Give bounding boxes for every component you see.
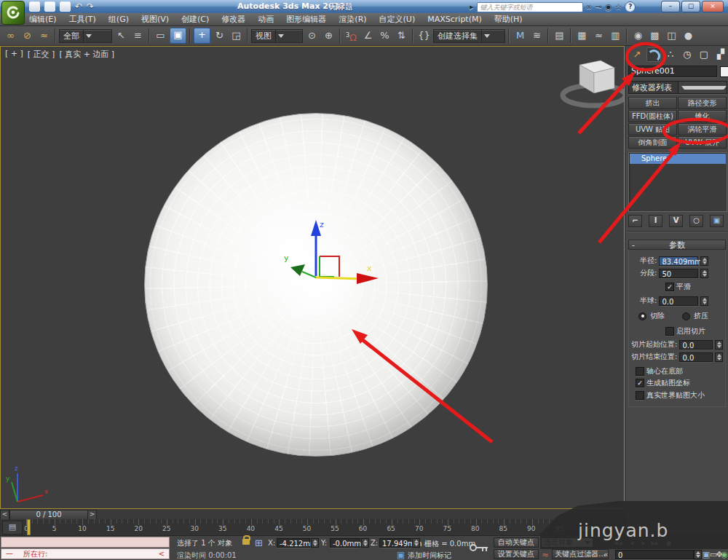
chop-radio[interactable] [638,312,646,320]
layer-manager-icon[interactable]: ▤ [552,28,567,43]
frame-spinner[interactable] [694,550,702,559]
reference-coordinate-dropdown[interactable]: 视图 [251,29,303,43]
select-object-icon[interactable]: ↖ [114,28,129,43]
uvw-map-button[interactable]: UVW 贴图 [628,123,677,135]
angle-snap-icon[interactable]: ∠ [360,28,376,43]
menu-create[interactable]: 创建(C) [181,14,209,25]
maximize-button[interactable]: ▢ [681,1,700,12]
maxscript-listener[interactable] [1,537,170,548]
select-and-link-icon[interactable]: ∞ [3,28,18,43]
new-file-icon[interactable] [29,1,40,12]
slice-to-spinner[interactable] [715,352,723,362]
current-frame-marker[interactable] [27,519,31,535]
selection-lock-icon[interactable] [242,539,250,545]
utilities-tab-icon[interactable]: ▞ [713,47,728,62]
goto-start-button[interactable]: « [600,550,612,559]
maxscript-listener-line[interactable]: 一 所在行: < [1,548,170,559]
window-crossing-icon[interactable]: ▣ [170,28,186,44]
select-and-manipulate-icon[interactable]: ⊕ [321,28,336,43]
render-production-icon[interactable]: ● [681,28,696,43]
snaps-toggle-icon[interactable]: 3Ω [344,28,359,43]
hemisphere-spinner[interactable] [700,296,708,306]
goto-end-icon[interactable]: ▪ [665,538,673,548]
slice-from-field[interactable]: 0.0 [679,340,713,350]
search-input[interactable]: 键入关键字或短语 [477,2,583,12]
help-icon[interactable]: ? [625,1,636,12]
menu-views[interactable]: 视图(V) [141,14,169,25]
configure-modifier-sets-icon[interactable]: ▣ [710,215,724,227]
set-key-button[interactable]: 设置关键点 [494,549,539,559]
turbosmooth-button[interactable]: 涡轮平滑 [678,123,727,135]
object-name-field[interactable]: Sphere001 [628,66,717,77]
rectangular-selection-region-icon[interactable]: ▭ [153,28,168,43]
close-button[interactable]: × [702,1,724,12]
create-tab-icon[interactable]: ↗ [630,47,644,62]
base-to-pivot-checkbox[interactable]: ✓ [636,367,644,376]
menu-modifiers[interactable]: 修改器 [221,14,245,25]
next-frame-icon[interactable]: ▸▸ [651,538,660,548]
minimize-button[interactable]: – [661,1,680,12]
use-pivot-center-icon[interactable]: ⊙ [304,28,320,43]
radius-spinner[interactable] [700,256,708,266]
bind-to-spacewarp-icon[interactable]: ≈ [36,28,52,43]
y-spinner[interactable] [361,538,369,548]
show-end-result-icon[interactable]: I [649,215,662,227]
stack-item-sphere[interactable]: Sphere [630,154,726,164]
real-world-checkbox[interactable]: ✓ [636,391,644,400]
hemisphere-field[interactable]: 0.0 [659,296,698,306]
time-slider-handle[interactable]: 0 / 100 [9,510,88,520]
menu-customize[interactable]: 自定义(U) [379,14,416,25]
extrude-button[interactable]: 挤出 [628,97,677,109]
render-setup-icon[interactable]: ▩ [647,28,662,43]
squash-radio[interactable] [682,312,690,320]
key-mode-icon[interactable]: ≈ [542,550,549,560]
menu-animation[interactable]: 动画 [258,14,274,25]
edit-named-selection-sets-icon[interactable]: {} [416,28,432,43]
track-bar-ruler[interactable]: 05 1015 2025 3035 4045 5055 6065 7075 80… [26,519,594,535]
path-deform-button[interactable]: 路径变形 [678,97,727,109]
viewport-menu-plus[interactable]: [ + ] [5,49,23,60]
object-color-swatch[interactable] [720,66,728,77]
z-coordinate-field[interactable]: 17.949mm [379,538,411,548]
add-time-tag[interactable]: 添加时间标记 [408,551,451,560]
play-icon[interactable]: ▸ [639,538,648,548]
unlink-selection-icon[interactable]: ⊘ [20,28,35,43]
viewport[interactable]: [ + ] [ 正交 ] [ 真实 + 边面 ] z x y [0,46,625,509]
set-key-icon[interactable] [469,542,489,553]
viewport-menu-view[interactable]: [ 正交 ] [28,49,55,60]
slice-to-field[interactable]: 0.0 [679,352,713,362]
undo-icon[interactable]: ↶ [75,2,82,11]
motion-tab-icon[interactable]: ◷ [680,47,695,62]
time-next-button[interactable]: > [87,510,97,520]
radius-field[interactable]: 83.409mm [659,256,698,266]
search-icon[interactable]: ∞ [586,2,593,12]
menu-graph-editors[interactable]: 图形编辑器 [286,14,326,25]
goto-start-icon[interactable]: ◂◂ [614,538,622,548]
communication-center-icon[interactable]: ◉ [605,2,612,12]
gen-mapping-checkbox[interactable]: ✓ [636,379,644,387]
orbit-icon[interactable]: ◉ [720,550,728,559]
segments-field[interactable]: 50 [659,269,698,278]
remove-modifier-icon[interactable]: ○ [689,215,703,227]
selection-set-dropdown[interactable]: 选定对象 [541,537,593,548]
modifier-stack[interactable]: Sphere [628,152,727,212]
slice-from-spinner[interactable] [715,340,723,350]
mirror-icon[interactable]: M [513,28,528,43]
menu-rendering[interactable]: 渲染(R) [339,14,366,25]
taper-button[interactable]: 锥化 [678,110,727,122]
x-coordinate-field[interactable]: -4.212mm [277,538,310,548]
track-bar[interactable]: ▤ 05 1015 2025 3035 4045 5055 6065 7075 … [0,519,625,535]
prev-frame-icon[interactable]: ◂ [628,538,636,548]
modify-tab-icon[interactable] [646,47,661,62]
z-spinner[interactable] [412,538,420,548]
search-go-icon[interactable]: ▸ [470,2,474,12]
subscription-key-icon[interactable]: ⊸ [596,2,602,12]
make-unique-icon[interactable]: V [669,215,683,227]
favorites-star-icon[interactable]: ☆ [615,2,622,12]
select-and-move-icon[interactable]: + [194,28,210,44]
xyz-toggle-icon[interactable]: ⊞ [255,537,263,548]
y-coordinate-field[interactable]: -0.0mm [330,538,360,548]
parameters-rollout-header[interactable]: - 参数 [628,240,726,250]
percent-snap-icon[interactable]: % [377,28,392,43]
pin-stack-icon[interactable]: ⌐ [628,215,642,227]
